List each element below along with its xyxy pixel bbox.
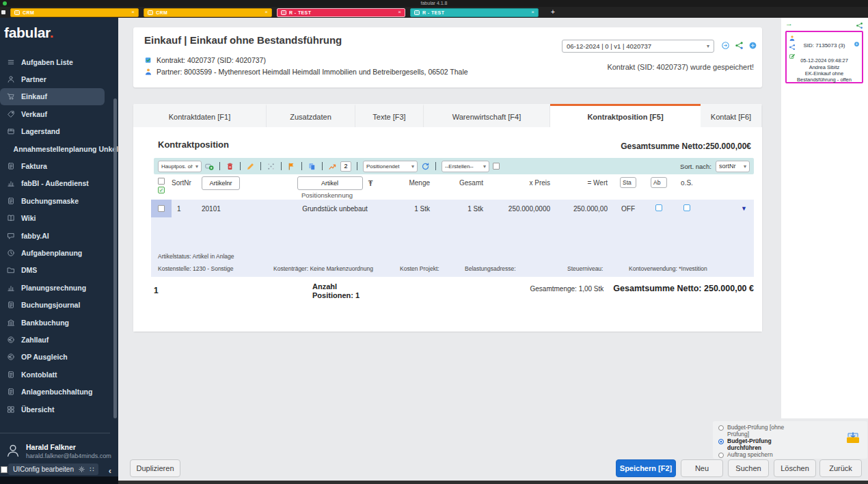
uiconfig-button[interactable]: UIConfig bearbeiten ∷ (8, 463, 98, 475)
budget-option-auftrag[interactable]: Auftrag speichern (718, 452, 862, 459)
header-icon-group (721, 41, 757, 50)
archive-icon[interactable] (845, 431, 860, 444)
sidebar-item-annahmestellenplanung[interactable]: Annahmestellenplanung Unkel (0, 140, 118, 157)
tab-warenwirtschaft[interactable]: Warenwirtschaft [F4] (424, 104, 550, 127)
sidebar-scrollbar[interactable] (113, 98, 117, 418)
grid-dots-icon[interactable]: ∷ (90, 466, 94, 473)
person-icon[interactable] (789, 35, 796, 42)
count-input[interactable] (340, 161, 351, 172)
sidebar-item-lagerstand[interactable]: Lagerstand (0, 123, 118, 140)
info-circle-icon[interactable] (854, 41, 860, 47)
corner-checkbox[interactable] (1, 466, 8, 473)
position-mode-select[interactable]: Hauptpos. ohne ▾ (158, 161, 202, 172)
tab-texte[interactable]: Texte [F3] (355, 104, 424, 127)
app-tab-rtest-2[interactable]: R - TEST × (410, 8, 539, 17)
share-icon[interactable] (735, 41, 744, 50)
sidebar-item-fabby-ai[interactable]: fabby.AI (0, 227, 118, 244)
tab-kontraktdaten[interactable]: Kontraktdaten [F1] (133, 104, 267, 127)
flag-icon[interactable] (287, 162, 296, 171)
sidebar-item-aufgabenplanung[interactable]: Aufgabenplanung (0, 244, 118, 261)
sidebar-item-kontoblatt[interactable]: Kontoblatt (0, 366, 118, 383)
radio-icon-selected[interactable] (718, 439, 724, 444)
sidebar-item-dms[interactable]: DMS (0, 262, 118, 279)
toolbar-divider (435, 162, 436, 170)
artikel-filter-input[interactable] (297, 176, 363, 190)
add-position-icon[interactable] (205, 162, 214, 171)
os-checkbox[interactable] (683, 204, 690, 211)
info-icon[interactable] (748, 41, 757, 50)
sidebar-item-aufgaben-liste[interactable]: Aufgaben Liste (0, 53, 118, 70)
create-select[interactable]: --Erstellen-- ▾ (442, 161, 489, 172)
close-icon[interactable]: × (131, 10, 135, 15)
green-check-icon[interactable]: ✓ (158, 187, 165, 193)
row-checkbox[interactable] (158, 205, 165, 212)
row-select-cell[interactable] (151, 200, 172, 217)
filter-icon[interactable]: Ŧ (368, 179, 373, 187)
new-tab-button[interactable]: + (551, 9, 555, 16)
sort-select[interactable]: sortNr ▾ (716, 161, 750, 172)
sidebar-item-anlagenbuchhaltung[interactable]: Anlagenbuchhaltung (0, 383, 118, 400)
tab-kontakt[interactable]: Kontakt [F6] (701, 104, 762, 127)
sidebar-item-zahllauf[interactable]: Zahllauf (0, 331, 118, 348)
ab-checkbox[interactable] (655, 204, 662, 211)
app-tab-rtest-active[interactable]: R - TEST × (277, 8, 405, 17)
kontrakt-text: Kontrakt: 4020737 (SID: 4020737) (157, 56, 266, 64)
partner-text: Partner: 8003599 - Mythenresort Heimdall… (157, 68, 468, 76)
status-filter-box[interactable]: Sta (620, 177, 636, 188)
app-tab-crm-1[interactable]: CRM × (10, 8, 139, 17)
sidebar-item-bankbuchung[interactable]: Bankbuchung (0, 314, 118, 331)
zurueck-button[interactable]: Zurück (819, 459, 862, 477)
sidebar-item-uebersicht[interactable]: Übersicht (0, 401, 118, 418)
neu-button[interactable]: Neu (681, 459, 723, 477)
budget-option-ohne[interactable]: Budget-Prüfung [ohne Prüfung] (718, 425, 862, 438)
radio-icon[interactable] (718, 453, 724, 458)
sidebar-item-verkauf[interactable]: Verkauf (0, 105, 118, 122)
summary-positions: Anzahl Positionen: 1 (312, 282, 360, 300)
app-tab-crm-2[interactable]: CRM × (144, 8, 272, 17)
version-select[interactable]: 06-12-2024 | 0 | v1 | 4020737 ▾ (562, 40, 714, 53)
close-icon[interactable]: × (265, 10, 268, 15)
sidebar-item-partner[interactable]: Partner (0, 70, 118, 88)
loeschen-button[interactable]: Löschen (774, 459, 816, 477)
edit-icon[interactable] (246, 162, 255, 171)
speichern-button[interactable]: Speichern [F2] (616, 459, 676, 477)
close-icon[interactable]: × (531, 10, 534, 15)
sidebar-item-wiki[interactable]: Wiki (0, 210, 118, 227)
select-all-checkbox[interactable] (158, 178, 165, 185)
history-icon[interactable] (721, 41, 730, 50)
sidebar-item-fabbi[interactable]: fabBI - Außendienst (0, 175, 118, 192)
forward-arrow-icon[interactable]: → (785, 19, 793, 27)
suchen-button[interactable]: Suchen (728, 459, 769, 477)
table-row[interactable]: 1 20101 Grundstück unbebaut 1 Stk 1 Stk … (151, 200, 754, 217)
refresh-icon[interactable] (421, 162, 430, 171)
sidebar-collapse-icon[interactable]: ‹ (109, 466, 111, 476)
sidebar-item-buchungsmaske[interactable]: Buchungsmaske (0, 192, 118, 209)
org-share-icon[interactable] (856, 22, 863, 29)
duplizieren-button[interactable]: Duplizieren (130, 459, 180, 477)
sidebar-item-einkauf[interactable]: Einkauf (0, 88, 105, 105)
sidebar-item-op-ausgleich[interactable]: OP Ausgleich (0, 349, 118, 366)
sid-info-card[interactable]: SID: 7135073 (3) 05-12-2024 09:48:27 And… (785, 31, 863, 83)
payment-run-icon (7, 336, 15, 344)
sidebar-item-faktura[interactable]: Faktura (0, 157, 118, 174)
close-icon[interactable]: × (398, 10, 401, 15)
more-options-icon[interactable] (267, 162, 275, 171)
app-window-icon (148, 10, 153, 15)
delete-icon[interactable] (226, 162, 234, 171)
trend-icon[interactable] (328, 162, 337, 171)
page-title: Einkauf | Einkauf ohne Bestandsführung (144, 34, 342, 46)
radio-icon[interactable] (718, 425, 724, 431)
ab-filter-box[interactable]: Ab (651, 177, 667, 188)
sidebar-item-buchungsjournal[interactable]: Buchungsjournal (0, 296, 118, 313)
toolbar-checkbox[interactable] (493, 163, 500, 170)
copy-icon[interactable] (308, 162, 316, 171)
position-detail-select[interactable]: Positionendet ▾ (363, 161, 418, 172)
tab-zusatzdaten[interactable]: Zusatzdaten (267, 104, 355, 127)
sidebar-item-planungsrechnung[interactable]: Planungsrechnung (0, 279, 118, 296)
gear-icon[interactable] (78, 466, 85, 473)
budget-option-durchfuehren[interactable]: Budget-Prüfung durchführen (718, 438, 862, 451)
tab-kontraktposition[interactable]: Kontraktposition [F5] (550, 104, 701, 127)
artikelnr-filter-input[interactable] (202, 176, 240, 190)
row-expand-icon[interactable]: ▼ (699, 205, 754, 212)
window-titlebar: fabular 4.1.8 (0, 0, 868, 7)
